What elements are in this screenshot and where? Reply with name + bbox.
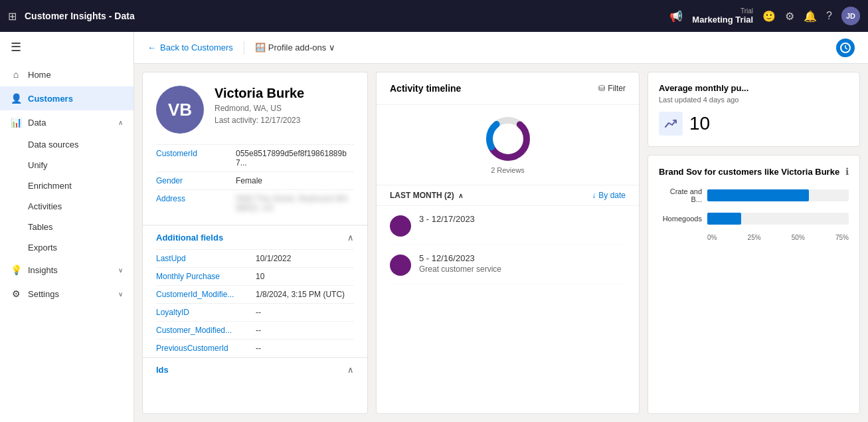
field-value-address: 5000 This Street, Redmond WA 98052, US (236, 194, 354, 213)
additional-fields-header[interactable]: Additional fields ∧ (143, 225, 367, 249)
ids-chevron[interactable]: ∧ (347, 365, 354, 375)
field-label-customerid: CustomerId (156, 149, 236, 158)
bar-chart: Crate and B... Homegoods 0 (659, 187, 849, 241)
additional-fields-title: Additional fields (156, 233, 223, 243)
gear-icon[interactable]: ⚙ (785, 10, 794, 23)
add-field-row-customerid-mod: CustomerId_Modifie... 1/8/2024, 3:15 PM … (156, 285, 354, 303)
sort-label: By date (598, 191, 626, 200)
add-field-label-monthly: Monthly Purchase (156, 272, 256, 281)
top-nav: ⊞ Customer Insights - Data 📢 Trial Marke… (0, 0, 868, 32)
axis-label-1: 25% (748, 234, 761, 241)
activity-item-1: 5 - 12/16/2023 Great customer service (390, 245, 626, 284)
data-icon: 📊 (11, 117, 21, 128)
metric-number: 10 (689, 113, 710, 134)
axis-label-2: 50% (792, 234, 805, 241)
ids-title: Ids (156, 365, 169, 375)
sidebar-item-settings[interactable]: ⚙ Settings ∨ (0, 282, 133, 306)
filter-icon: ⛁ (598, 84, 605, 93)
activity-detail-1: 5 - 12/16/2023 Great customer service (419, 253, 626, 274)
customer-fields: CustomerId 055e8517899d5ef8f19861889b7..… (143, 144, 367, 225)
donut-svg (485, 116, 531, 162)
add-field-label-lastupd: LastUpd (156, 254, 256, 263)
trial-name: Marketing Trial (692, 15, 753, 25)
bar-track-0 (707, 189, 849, 201)
help-icon[interactable]: ? (826, 10, 832, 22)
field-row-customerid: CustomerId 055e8517899d5ef8f19861889b7..… (156, 144, 354, 171)
ci-logo (836, 39, 855, 57)
back-to-customers-link[interactable]: ← Back to Customers (147, 43, 233, 53)
avatar[interactable]: JD (841, 7, 860, 25)
sidebar-item-activities[interactable]: Activities (0, 196, 133, 217)
add-field-label-customer-mod: Customer_Modified... (156, 326, 256, 335)
topbar: ← Back to Customers 🪟 Profile add-ons ∨ (134, 32, 868, 64)
sidebar-item-data[interactable]: 📊 Data ∧ (0, 110, 133, 134)
customer-last-activity: Last activity: 12/17/2023 (215, 116, 354, 125)
sidebar-label-home: Home (28, 70, 51, 80)
bar-row-1: Homegoods (659, 213, 849, 225)
add-field-row-customer-mod: Customer_Modified... -- (156, 321, 354, 339)
activity-panel: Activity timeline ⛁ Filter 2 Rev (376, 72, 640, 414)
sidebar-item-unify[interactable]: Unify (0, 155, 133, 175)
hamburger-button[interactable]: ☰ (0, 32, 133, 62)
sidebar-label-enrichment: Enrichment (28, 181, 72, 191)
profile-addons-chevron: ∨ (329, 43, 335, 53)
sidebar-label-insights: Insights (28, 265, 58, 275)
settings-chevron: ∨ (118, 290, 123, 298)
activity-item-0: 3 - 12/17/2023 (390, 206, 626, 245)
sidebar-item-customers[interactable]: 👤 Customers (0, 86, 133, 110)
field-value-gender: Female (236, 176, 262, 185)
brand-title: Brand Sov for customers like Victoria Bu… (659, 167, 839, 177)
smiley-icon[interactable]: 🙂 (762, 10, 776, 23)
field-label-address: Address (156, 194, 236, 203)
sidebar-item-enrichment[interactable]: Enrichment (0, 175, 133, 196)
bar-axis: 0% 25% 50% 75% (659, 234, 849, 241)
add-field-row-lastupd: LastUpd 10/1/2022 (156, 249, 354, 267)
additional-fields-section: LastUpd 10/1/2022 Monthly Purchase 10 Cu… (143, 249, 367, 357)
activity-item-title-0: 3 - 12/17/2023 (419, 214, 626, 224)
back-arrow-icon: ← (147, 43, 156, 53)
activity-header: Activity timeline ⛁ Filter (377, 72, 639, 105)
additional-fields-chevron[interactable]: ∧ (347, 233, 354, 243)
activity-list: 3 - 12/17/2023 5 - 12/16/2023 Great cust… (377, 206, 639, 284)
ids-header[interactable]: Ids ∧ (143, 357, 367, 381)
brand-title-row: Brand Sov for customers like Victoria Bu… (659, 166, 849, 177)
metric-value-row: 10 (659, 112, 849, 136)
add-field-row-monthly: Monthly Purchase 10 (156, 267, 354, 285)
profile-addons-label: Profile add-ons (268, 43, 326, 53)
field-row-address: Address 5000 This Street, Redmond WA 980… (156, 189, 354, 217)
info-icon[interactable]: ℹ (845, 166, 849, 177)
data-chevron: ∧ (118, 119, 123, 126)
grid-icon[interactable]: ⊞ (8, 10, 17, 23)
right-panel: Average monthly pu... Last updated 4 day… (648, 72, 860, 414)
topnav-right: 📢 Trial Marketing Trial 🙂 ⚙ 🔔 ? JD (669, 7, 860, 25)
add-field-value-monthly: 10 (256, 272, 264, 281)
customer-name: Victoria Burke (215, 86, 354, 101)
customers-icon: 👤 (11, 93, 21, 104)
sidebar-item-exports[interactable]: Exports (0, 237, 133, 258)
metric-subtitle: Last updated 4 days ago (659, 96, 849, 104)
activity-item-title-1: 5 - 12/16/2023 (419, 253, 626, 263)
customer-card: VB Victoria Burke Redmond, WA, US Last a… (142, 72, 368, 414)
sidebar-label-unify: Unify (28, 160, 48, 170)
period-sort[interactable]: ↓ By date (592, 191, 626, 200)
add-field-value-loyaltyid: -- (256, 308, 261, 317)
activity-title: Activity timeline (390, 83, 461, 94)
activity-donut-area: 2 Reviews (377, 105, 639, 185)
sidebar-item-insights[interactable]: 💡 Insights ∨ (0, 258, 133, 282)
sidebar-item-data-sources[interactable]: Data sources (0, 134, 133, 155)
activity-dot-1 (390, 255, 411, 276)
add-field-value-previous: -- (256, 344, 261, 353)
sidebar-item-home[interactable]: ⌂ Home (0, 62, 133, 86)
content-area: VB Victoria Burke Redmond, WA, US Last a… (134, 64, 868, 422)
profile-addons-button[interactable]: 🪟 Profile add-ons ∨ (255, 43, 335, 53)
period-label[interactable]: LAST MONTH (2) ∧ (390, 191, 463, 200)
activity-dot-0 (390, 215, 411, 237)
sidebar-item-tables[interactable]: Tables (0, 217, 133, 237)
filter-button[interactable]: ⛁ Filter (598, 84, 626, 93)
speaker-icon[interactable]: 📢 (669, 10, 683, 23)
metric-title: Average monthly pu... (659, 83, 849, 93)
sidebar: ☰ ⌂ Home 👤 Customers 📊 Data ∧ Data sourc… (0, 32, 134, 422)
activity-period: LAST MONTH (2) ∧ ↓ By date (377, 185, 639, 206)
app-body: ☰ ⌂ Home 👤 Customers 📊 Data ∧ Data sourc… (0, 32, 868, 422)
bell-icon[interactable]: 🔔 (804, 10, 817, 23)
